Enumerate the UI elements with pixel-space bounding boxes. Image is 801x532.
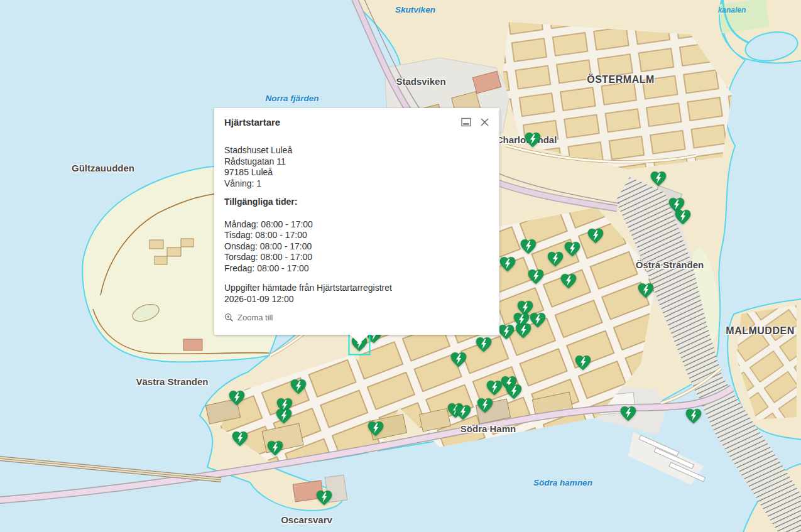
address-line: 97185 Luleå [224,167,489,178]
defibrillator-marker[interactable] [619,404,638,422]
time-line: Torsdag: 08:00 - 17:00 [224,252,489,263]
defibrillator-marker[interactable] [504,383,523,400]
defibrillator-marker[interactable] [474,335,493,353]
defibrillator-marker[interactable] [227,389,246,406]
defibrillator-marker[interactable] [315,489,334,506]
defibrillator-marker[interactable] [636,281,655,299]
defibrillator-marker[interactable] [586,227,605,244]
heart-lightning-icon [366,420,385,437]
heart-lightning-icon [497,323,516,340]
defibrillator-marker[interactable] [673,208,692,225]
defibrillator-marker[interactable] [546,250,565,268]
defibrillator-marker[interactable] [649,170,668,187]
time-line: Onsdag: 08:00 - 17:00 [224,241,489,252]
defibrillator-marker[interactable] [275,407,293,425]
heart-lightning-icon [586,227,605,244]
defibrillator-marker[interactable] [559,272,578,290]
close-button[interactable] [479,116,491,130]
defibrillator-marker[interactable] [289,377,308,395]
defibrillator-marker[interactable] [519,237,538,255]
heart-lightning-icon [454,403,472,421]
heart-lightning-icon [449,350,468,368]
heart-lightning-icon [231,430,249,447]
address-line: Stadshuset Luleå [224,145,489,156]
address-line: Rådstugatan 11 [224,156,489,168]
heart-lightning-icon [673,208,692,225]
map-label: Skutviken [395,5,435,14]
heart-lightning-icon [526,268,545,285]
defibrillator-marker[interactable] [523,131,542,148]
popup-hjartstartare: Hjärtstartare Stadshuset LuleåRådstugata… [214,108,499,335]
close-icon [480,117,489,127]
defibrillator-marker[interactable] [684,407,703,425]
map-label: Västra Stranden [136,376,208,387]
zoom-to-icon [224,313,234,322]
heart-lightning-icon [574,354,592,371]
time-line: Tisdag: 08:00 - 17:00 [224,230,489,241]
map-label: MALMUDDEN [726,325,794,337]
heart-lightning-icon [523,131,542,148]
map-label: Södra Hamn [460,423,516,434]
heart-lightning-icon [619,404,638,422]
map-label: Gültzauudden [72,163,134,173]
heart-lightning-icon [514,322,533,339]
defibrillator-marker[interactable] [563,240,582,258]
defibrillator-marker[interactable] [514,322,533,339]
heart-lightning-icon [474,335,493,353]
map-label: Norra fjärden [266,94,319,103]
zoom-to-link[interactable]: Zooma till [224,312,273,323]
heart-lightning-icon [227,389,246,406]
heart-lightning-icon [636,281,655,299]
address-block: Stadshuset LuleåRådstugatan 1197185 Lule… [224,145,489,189]
heart-lightning-icon [563,240,582,258]
heart-lightning-icon [519,237,538,255]
heart-lightning-icon [476,396,494,414]
defibrillator-marker[interactable] [497,323,516,340]
heart-lightning-icon [266,439,285,457]
dock-icon [461,117,471,127]
heart-lightning-icon [649,170,668,187]
defibrillator-marker[interactable] [476,396,494,414]
heart-lightning-icon [559,272,578,290]
heart-lightning-icon [498,255,517,273]
heart-lightning-icon [684,407,703,425]
heart-lightning-icon [504,383,523,400]
heart-lightning-icon [289,377,308,395]
defibrillator-marker[interactable] [454,403,472,421]
times-block: Måndag: 08:00 - 17:00Tisdag: 08:00 - 17:… [224,219,489,274]
defibrillator-marker[interactable] [366,420,385,437]
defibrillator-marker[interactable] [498,255,517,273]
map-label: ÖSTERMALM [587,74,655,85]
map-label: Östra Stranden [636,259,704,270]
address-line: Våning: 1 [224,178,489,190]
source-line: Uppgifter hämtade från Hjärtstartarregis… [224,283,489,294]
map-label: Oscarsvarv [281,514,332,525]
popup-callout-arrow [349,334,369,344]
dock-button[interactable] [460,116,472,130]
heart-lightning-icon [546,250,565,268]
zoom-to-label: Zooma till [237,312,273,323]
defibrillator-marker[interactable] [266,439,285,457]
time-line: Måndag: 08:00 - 17:00 [224,219,489,231]
popup-title: Hjärtstartare [224,116,280,128]
defibrillator-marker[interactable] [526,268,545,285]
heart-lightning-icon [275,407,293,425]
map-label: Södra hamnen [533,478,592,487]
time-line: Fredag: 08:00 - 17:00 [224,263,489,274]
source-block: Uppgifter hämtade från Hjärtstartarregis… [224,283,489,305]
popup-header: Hjärtstartare [214,108,499,130]
defibrillator-marker[interactable] [574,354,592,371]
heart-lightning-icon [485,379,504,396]
defibrillator-marker[interactable] [231,430,249,447]
map-canvas[interactable]: SkutvikenkanalenNorra fjärdenStadsvikenÖ… [0,0,801,532]
map-label: Stadsviken [396,76,445,87]
map-label: kanalen [718,6,746,14]
heart-lightning-icon [315,489,334,506]
source-line: 2026-01-09 12:00 [224,294,489,305]
times-heading: Tillgängliga tider: [224,197,489,208]
defibrillator-marker[interactable] [449,350,468,368]
defibrillator-marker[interactable] [485,379,504,396]
